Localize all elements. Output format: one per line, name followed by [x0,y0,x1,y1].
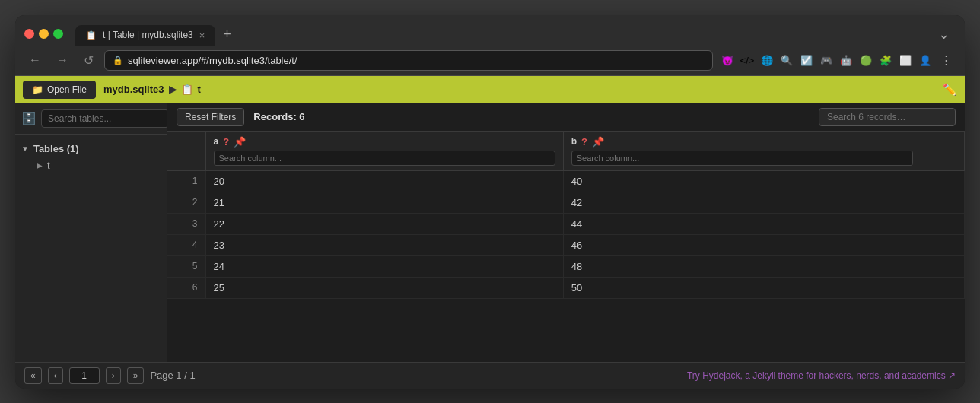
row-number-header [167,132,205,171]
cell-a: 24 [205,255,563,277]
table-row[interactable]: 1 20 40 [167,170,965,192]
folder-icon: 📁 [32,84,43,95]
ext-icon-5[interactable]: ☑️ [798,52,815,68]
ext-icon-3[interactable]: 🌐 [759,52,775,68]
cell-b: 48 [563,255,921,277]
tables-header[interactable]: ▼ Tables (1) [21,141,161,157]
cell-a: 21 [205,192,563,213]
title-bar: 📋 t | Table | mydb.sqlite3 × + ⌄ [15,15,965,46]
search-tables-input[interactable] [41,109,169,128]
breadcrumb-table[interactable]: t [198,84,201,95]
first-page-button[interactable]: « [24,367,42,384]
cell-empty [921,234,964,255]
row-number: 6 [167,277,205,298]
empty-col-header [921,132,964,171]
tables-count-label: Tables (1) [33,143,79,154]
last-page-button[interactable]: » [127,367,145,384]
tables-section: ▼ Tables (1) ▶ t [15,135,167,180]
tabs-bar: 📋 t | Table | mydb.sqlite3 × + ⌄ [75,23,956,46]
breadcrumb-db[interactable]: mydb.sqlite3 [103,84,164,95]
browser-window: 📋 t | Table | mydb.sqlite3 × + ⌄ ← → ↺ 🔒… [15,15,965,389]
ext-icon-9[interactable]: 🧩 [877,52,894,68]
promo-link[interactable]: Try Hydejack, a Jekyll theme for hackers… [687,370,956,381]
ext-icon-4[interactable]: 🔍 [778,52,795,68]
cell-empty [921,213,964,234]
column-b-name: b [571,136,577,147]
cell-b: 44 [563,213,921,234]
open-file-button[interactable]: 📁 Open File [23,81,96,99]
ext-icon-7[interactable]: 🤖 [838,52,854,68]
cell-b: 50 [563,277,921,298]
address-text: sqliteviewer.app/#/mydb.sqlite3/table/t/ [128,55,298,66]
table-row[interactable]: 3 22 44 [167,213,965,234]
reset-filters-button[interactable]: Reset Filters [177,108,244,126]
prev-page-button[interactable]: ‹ [48,367,63,384]
column-header-a: a ? 📌 [205,132,563,171]
nav-bar: ← → ↺ 🔒 sqliteviewer.app/#/mydb.sqlite3/… [15,46,965,76]
column-a-name: a [214,136,219,147]
next-page-button[interactable]: › [106,367,121,384]
row-number: 1 [167,170,205,192]
menu-button[interactable]: ⋮ [937,51,956,69]
cell-b: 46 [563,234,921,255]
cell-b: 42 [563,192,921,213]
address-bar[interactable]: 🔒 sqliteviewer.app/#/mydb.sqlite3/table/… [104,50,713,71]
tab-more-button[interactable]: ⌄ [932,23,956,46]
toolbar: 📁 Open File mydb.sqlite3 ▶ 📋 t ✏️ [15,76,965,103]
sidebar: 🗄️ ▼ Tables (1) ▶ t [15,103,167,362]
column-a-pin-icon[interactable]: 📌 [234,136,246,148]
forward-button[interactable]: → [52,50,73,70]
cell-empty [921,277,964,298]
row-number: 3 [167,213,205,234]
minimize-traffic-light[interactable] [39,29,49,39]
row-number: 5 [167,255,205,277]
ext-icon-8[interactable]: 🟢 [858,52,874,68]
maximize-traffic-light[interactable] [53,29,63,39]
edit-button[interactable]: ✏️ [943,83,957,97]
new-tab-button[interactable]: + [217,24,237,46]
sidebar-top: 🗄️ [15,103,167,135]
page-number-input[interactable] [69,367,100,384]
back-button[interactable]: ← [24,50,46,70]
content-area: Reset Filters Records: 6 a ? 📌 [167,103,965,362]
table-row[interactable]: 2 21 42 [167,192,965,213]
table-item-t[interactable]: ▶ t [21,157,161,174]
table-row[interactable]: 5 24 48 [167,255,965,277]
chevron-down-icon: ▼ [21,144,29,153]
close-traffic-light[interactable] [24,29,34,39]
ext-icon-6[interactable]: 🎮 [818,52,835,68]
table-row[interactable]: 6 25 50 [167,277,965,298]
search-column-a-input[interactable] [214,151,555,166]
data-table: a ? 📌 b ? 📌 [167,132,965,362]
tab-close-button[interactable]: × [199,30,205,41]
records-table: a ? 📌 b ? 📌 [167,132,965,299]
row-number: 2 [167,192,205,213]
cell-a: 22 [205,213,563,234]
cell-a: 25 [205,277,563,298]
traffic-lights [24,29,63,39]
cell-empty [921,255,964,277]
search-records-input[interactable] [819,108,956,126]
active-tab[interactable]: 📋 t | Table | mydb.sqlite3 × [75,25,215,46]
table-name: t [47,160,50,171]
breadcrumb: mydb.sqlite3 ▶ 📋 t [103,84,201,95]
ext-icon-2[interactable]: </> [739,52,756,68]
records-count: Records: 6 [253,111,304,122]
search-column-b-input[interactable] [571,151,913,166]
open-file-label: Open File [47,84,87,95]
tab-label: t | Table | mydb.sqlite3 [103,30,193,40]
table-body: 1 20 40 2 21 42 3 22 44 4 23 46 5 24 48 … [167,170,965,298]
cell-empty [921,170,964,192]
reload-button[interactable]: ↺ [79,50,98,71]
column-a-question-icon[interactable]: ? [223,136,229,148]
breadcrumb-arrow: ▶ [169,84,177,95]
table-row[interactable]: 4 23 46 [167,234,965,255]
cell-a: 23 [205,234,563,255]
ext-icon-1[interactable]: 😈 [719,52,736,68]
ext-icon-10[interactable]: ⬜ [897,52,914,68]
column-b-pin-icon[interactable]: 📌 [592,136,604,148]
cell-empty [921,192,964,213]
column-b-question-icon[interactable]: ? [581,136,587,148]
ext-icon-11[interactable]: 👤 [917,52,934,68]
column-header-b: b ? 📌 [563,132,921,171]
